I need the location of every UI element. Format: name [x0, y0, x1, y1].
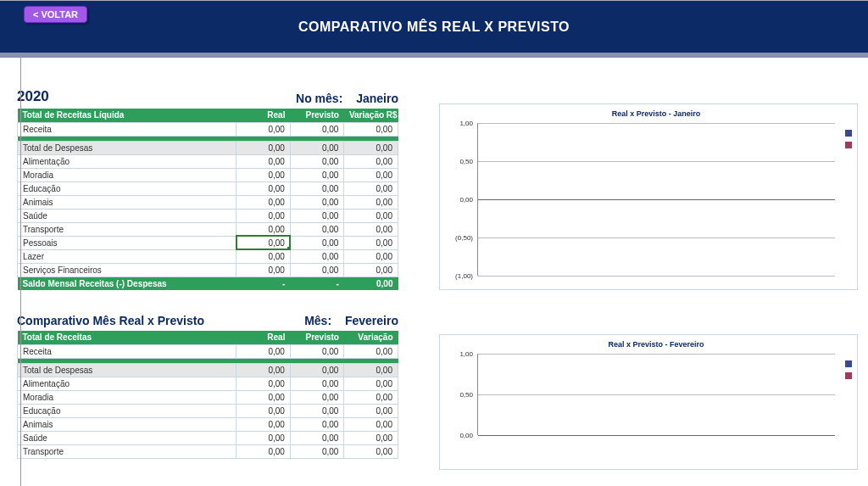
- table-row[interactable]: Serviços Financeiros0,000,000,00: [18, 263, 398, 277]
- table-row[interactable]: Pessoais0,000,000,00: [18, 236, 398, 249]
- axis-tick: 1,00: [444, 350, 473, 358]
- axis-tick: 0,50: [444, 391, 473, 399]
- table-fevereiro: Total de Receitas Real Previsto Variação…: [17, 331, 398, 459]
- axis-tick: 0,50: [444, 158, 473, 165]
- table-row[interactable]: Moradia0,000,000,00: [18, 168, 398, 182]
- month-label-2: Mês: Fevereiro: [304, 314, 398, 327]
- month-label-1: No mês: Janeiro: [296, 92, 398, 105]
- table-header: Total de Receitas Real Previsto Variação: [18, 331, 398, 344]
- table-row[interactable]: Alimentação0,000,000,00: [18, 154, 398, 168]
- banner-title: COMPARATIVO MÊS REAL X PREVISTO: [298, 20, 570, 35]
- table-row[interactable]: Total de Despesas 0,00 0,00 0,00: [18, 363, 398, 377]
- table-row[interactable]: Animais0,000,000,00: [18, 195, 398, 209]
- axis-tick: 0,00: [444, 196, 473, 204]
- banner: < VOLTAR COMPARATIVO MÊS REAL X PREVISTO: [0, 0, 868, 58]
- legend-real-icon: [845, 360, 852, 367]
- table-row[interactable]: Educação0,000,000,00: [18, 404, 398, 417]
- table-row-total: Saldo Mensal Receitas (-) Despesas - - 0…: [18, 277, 398, 290]
- table-row[interactable]: Saúde0,000,000,00: [18, 431, 398, 444]
- axis-tick: 1,00: [444, 120, 473, 127]
- table-row[interactable]: Transporte0,000,000,00: [18, 444, 398, 458]
- table-row[interactable]: Lazer0,000,000,00: [18, 249, 398, 263]
- table-row[interactable]: Receita 0,00 0,00 0,00: [18, 122, 398, 136]
- back-button[interactable]: < VOLTAR: [24, 6, 87, 23]
- table-row[interactable]: Alimentação0,000,000,00: [18, 377, 398, 390]
- legend-previsto-icon: [845, 372, 852, 379]
- table-janeiro: Total de Receitas Líquida Real Previsto …: [17, 109, 398, 290]
- chart-title: Real x Previsto - Janeiro: [477, 109, 835, 118]
- table-row[interactable]: Receita 0,00 0,00 0,00: [18, 344, 398, 358]
- axis-tick: (0,50): [444, 234, 473, 242]
- table-row[interactable]: Total de Despesas 0,00 0,00 0,00: [18, 141, 398, 154]
- legend-previsto-icon: [845, 142, 852, 148]
- section2-title: Comparativo Mês Real x Previsto: [17, 314, 204, 327]
- year-label: 2020: [17, 88, 49, 105]
- table-row[interactable]: Saúde0,000,000,00: [18, 209, 398, 222]
- axis-tick: 0,00: [444, 432, 473, 439]
- legend-real-icon: [845, 130, 852, 137]
- table-row[interactable]: Animais0,000,000,00: [18, 417, 398, 431]
- chart-janeiro: Real x Previsto - Janeiro 1,00 0,50 0,00…: [439, 103, 858, 290]
- chart-fevereiro: Real x Previsto - Fevereiro 1,00 0,50 0,…: [439, 334, 858, 470]
- table-row[interactable]: Moradia0,000,000,00: [18, 390, 398, 404]
- table-row[interactable]: Educação0,000,000,00: [18, 182, 398, 195]
- vertical-grid-line: [20, 0, 21, 486]
- chart-title: Real x Previsto - Fevereiro: [477, 340, 835, 349]
- axis-tick: (1,00): [444, 272, 473, 280]
- table-header: Total de Receitas Líquida Real Previsto …: [18, 109, 398, 122]
- table-row[interactable]: Transporte0,000,000,00: [18, 222, 398, 236]
